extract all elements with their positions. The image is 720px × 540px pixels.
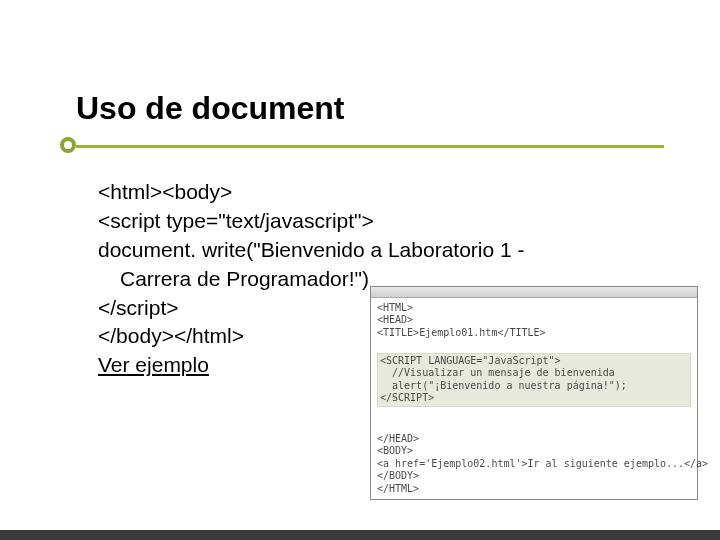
slide-title: Uso de document: [76, 90, 660, 127]
snippet-body: <HTML> <HEAD> <TITLE>Ejemplo01.htm</TITL…: [371, 298, 697, 500]
bullet-icon: [60, 137, 76, 153]
code-line: document. write("Bienvenido a Laboratori…: [98, 237, 680, 264]
title-rule: [76, 135, 660, 157]
footer-bar: [0, 530, 720, 540]
horizontal-rule: [76, 145, 664, 148]
title-area: Uso de document: [0, 0, 720, 157]
code-screenshot: <HTML> <HEAD> <TITLE>Ejemplo01.htm</TITL…: [370, 286, 698, 501]
example-link[interactable]: Ver ejemplo: [98, 353, 209, 376]
slide: Uso de document <html><body> <script typ…: [0, 0, 720, 540]
window-header: [371, 287, 697, 298]
code-line: <script type="text/javascript">: [98, 208, 680, 235]
code-line: <html><body>: [98, 179, 680, 206]
